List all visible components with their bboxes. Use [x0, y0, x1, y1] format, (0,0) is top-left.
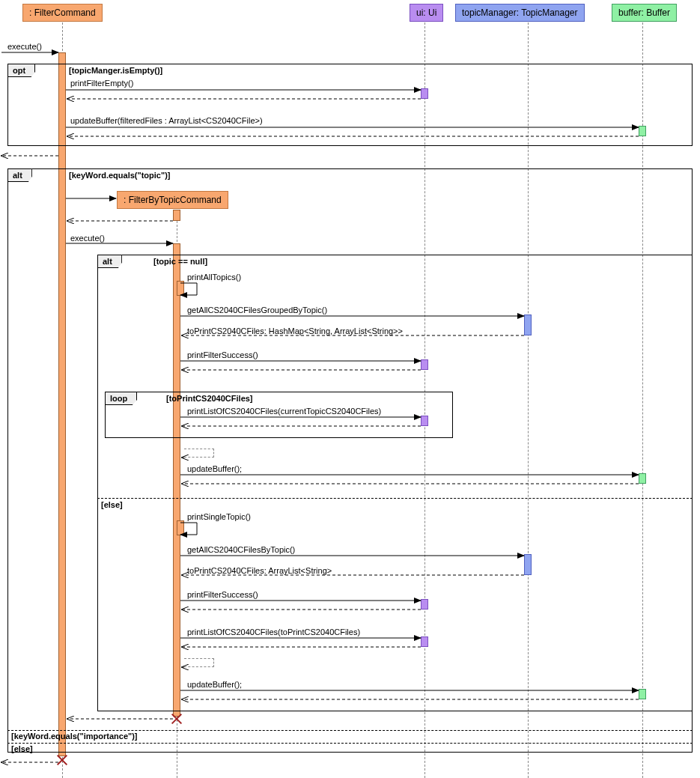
frame-alt2: alt	[97, 255, 693, 711]
participant-filtercommand: : FilterCommand	[22, 4, 103, 22]
guard-alt2b: [else]	[101, 500, 123, 509]
msg-execute1: execute()	[7, 42, 42, 51]
guard-alt1a: [keyWord.equals("topic")]	[69, 171, 171, 180]
divider-alt2	[97, 498, 693, 499]
msg-printfilterempty: printFilterEmpty()	[70, 79, 133, 88]
guard-alt2a: [topic == null]	[153, 257, 207, 266]
frame-loop-label: loop	[105, 392, 137, 405]
msg-getallgrouped: getAllCS2040CFilesGroupedByTopic()	[187, 306, 327, 314]
guard-loop: [toPrintCS2040CFiles]	[166, 394, 253, 403]
destroy-filtercommand	[55, 753, 69, 766]
msg-toprint1: toPrintCS2040CFiles: HashMap<String, Arr…	[187, 326, 403, 335]
participant-buffer: buffer: Buffer	[612, 4, 677, 22]
msg-updatebuffer3: updateBuffer();	[187, 680, 242, 689]
msg-updatebuffer1: updateBuffer(filteredFiles : ArrayList<C…	[70, 116, 263, 125]
msg-printlist2: printListOfCS2040CFiles(toPrintCS2040CFi…	[187, 627, 360, 636]
guard-opt: [topicManger.isEmpty()]	[69, 66, 162, 75]
guard-alt1c: [else]	[11, 744, 33, 753]
participant-ui: ui: Ui	[410, 4, 443, 22]
msg-toprint2: toPrintCS2040CFiles: ArrayList<String>	[187, 566, 332, 575]
msg-printlist1: printListOfCS2040CFiles(currentTopicCS20…	[187, 407, 381, 416]
msg-execute2: execute()	[70, 234, 105, 243]
frame-alt2-label: alt	[97, 255, 122, 268]
msg-updatebuffer2: updateBuffer();	[187, 464, 242, 473]
participant-topicmanager: topicManager: TopicManager	[455, 4, 585, 22]
frame-opt-label: opt	[7, 64, 35, 77]
guard-alt1b: [keyWord.equals("importance")]	[11, 732, 138, 741]
msg-printsingletopic: printSingleTopic()	[187, 512, 251, 521]
msg-getallbytopic: getAllCS2040CFilesByTopic()	[187, 545, 295, 554]
destroy-filterbytopic	[170, 711, 183, 725]
return-box-2	[184, 658, 214, 667]
frame-alt1-label: alt	[7, 168, 32, 182]
msg-printfiltersuccess2: printFilterSuccess()	[187, 590, 258, 599]
divider-alt1-c	[7, 743, 693, 744]
frame-opt: opt	[7, 64, 693, 146]
divider-alt1-b	[7, 730, 693, 731]
msg-printalltopics: printAllTopics()	[187, 273, 241, 282]
msg-printfiltersuccess1: printFilterSuccess()	[187, 350, 258, 359]
return-box-1	[184, 449, 214, 458]
